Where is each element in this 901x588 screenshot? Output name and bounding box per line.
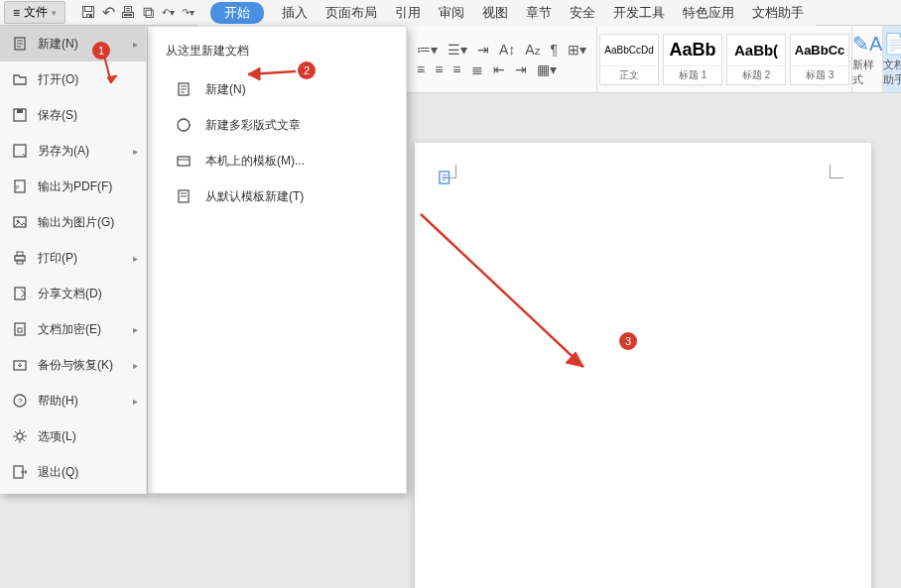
undo-dropdown-icon[interactable]: ↶▾: [159, 4, 177, 22]
tab-section[interactable]: 章节: [526, 4, 552, 22]
submenu-item-label: 新建(N): [205, 81, 246, 98]
file-menu-item-label: 退出(Q): [38, 464, 78, 481]
align-left-icon[interactable]: ≡: [417, 61, 425, 77]
tab-reference[interactable]: 引用: [395, 4, 421, 22]
file-menu-item-label: 文档加密(E): [38, 321, 101, 338]
style-label: 正文: [600, 65, 658, 84]
share-icon: [12, 286, 28, 301]
style-preview: AaBb(: [727, 35, 785, 65]
file-menu-item-label: 打印(P): [38, 250, 77, 267]
style-box-3[interactable]: AaBbCc标题 3: [790, 34, 849, 85]
paragraph-group: ≔▾ ☰▾ ⇥ A↕ Az ¶ ⊞▾ ≡ ≡ ≡ ≣ ⇤ ⇥ ▦▾: [407, 26, 596, 92]
doc-icon: [12, 36, 28, 52]
print-icon[interactable]: 🖶: [119, 4, 137, 22]
style-preview: AaBb: [664, 35, 721, 65]
tab-doc-assistant[interactable]: 文档助手: [752, 4, 804, 22]
help-icon: ?: [12, 393, 28, 409]
file-menu-item-label: 分享文档(D): [38, 286, 102, 302]
doc-icon: [176, 81, 192, 97]
doc-assistant-icon: 📄: [883, 32, 901, 56]
style-label: 标题 2: [727, 65, 785, 84]
submenu-item-label: 本机上的模板(M)...: [205, 153, 305, 170]
file-menu-item-saveas[interactable]: 另存为(A)▸: [0, 133, 146, 169]
align-center-icon[interactable]: ≡: [435, 61, 443, 77]
page-doc-icon: [439, 171, 452, 186]
linespacing-icon[interactable]: A↕: [499, 42, 515, 58]
submenu-item-3[interactable]: 从默认模板新建(T): [158, 178, 396, 214]
file-menu-item-label: 另存为(A): [38, 143, 89, 160]
tab-review[interactable]: 审阅: [439, 4, 464, 22]
file-menu-item-img[interactable]: 输出为图片(G): [0, 204, 146, 240]
file-menu-item-doc[interactable]: 新建(N)▸: [0, 26, 146, 61]
list-number-icon[interactable]: ☰▾: [448, 42, 467, 58]
indent-left-icon[interactable]: ⇤: [493, 61, 505, 77]
new-style-label: 新样式: [852, 58, 882, 87]
preview-icon[interactable]: ⧉: [139, 4, 157, 22]
save-icon[interactable]: 🖫: [79, 4, 97, 22]
dropdown-icon: ▾: [52, 8, 57, 18]
chevron-right-icon: ▸: [133, 324, 138, 335]
chevron-right-icon: ▸: [133, 396, 138, 407]
file-label: 文件: [24, 4, 48, 21]
indent-right-icon[interactable]: ⇥: [515, 61, 527, 77]
file-menu-item-label: 选项(L): [38, 428, 76, 445]
style-box-1[interactable]: AaBb标题 1: [663, 34, 722, 85]
tab-start[interactable]: 开始: [210, 2, 264, 24]
list-bullet-icon[interactable]: ≔▾: [417, 42, 438, 58]
shading-icon[interactable]: ▦▾: [537, 61, 557, 77]
submenu-item-2[interactable]: 本机上的模板(M)...: [158, 143, 396, 178]
style-box-0[interactable]: AaBbCcDd正文: [599, 34, 659, 85]
style-preview: AaBbCcDd: [600, 35, 658, 65]
file-menu-item-share[interactable]: 分享文档(D): [0, 276, 146, 311]
file-menu-item-help[interactable]: ?帮助(H)▸: [0, 383, 146, 418]
style-box-2[interactable]: AaBb(标题 2: [726, 34, 786, 85]
tab-dev-tools[interactable]: 开发工具: [613, 4, 665, 22]
svg-text:?: ?: [18, 397, 23, 406]
file-menu-item-gear[interactable]: 选项(L): [0, 418, 146, 454]
align-right-icon[interactable]: ≡: [452, 61, 460, 77]
doc-assistant-button[interactable]: 📄 文档助手: [883, 26, 901, 92]
svg-rect-13: [18, 328, 22, 332]
annotation-badge-1: 1: [92, 42, 110, 59]
style-preview: AaBbCc: [791, 35, 848, 65]
submenu-item-label: 新建多彩版式文章: [205, 117, 301, 134]
tab-insert[interactable]: 插入: [282, 4, 308, 22]
tab-special-app[interactable]: 特色应用: [683, 4, 734, 22]
img-icon: [12, 214, 28, 230]
tab-security[interactable]: 安全: [570, 4, 595, 22]
svg-point-17: [17, 433, 23, 439]
lock-icon: [12, 321, 28, 337]
file-menu-item-label: 备份与恢复(K): [38, 357, 113, 374]
file-menu-button[interactable]: ≡ 文件 ▾: [4, 1, 65, 24]
styles-group: AaBbCcDd正文AaBb标题 1AaBb(标题 2AaBbCc标题 3: [596, 26, 852, 92]
pdf-icon: P: [12, 178, 28, 194]
tab-view[interactable]: 视图: [482, 4, 508, 22]
new-submenu-panel: 从这里新建文档 新建(N)新建多彩版式文章本机上的模板(M)...从默认模板新建…: [147, 26, 407, 494]
border-icon[interactable]: ⊞▾: [568, 42, 586, 58]
file-menu-item-folder[interactable]: 打开(O): [0, 61, 146, 97]
file-menu-item-label: 输出为图片(G): [38, 214, 114, 231]
file-menu-item-exit[interactable]: 退出(Q): [0, 454, 146, 490]
annotation-badge-3: 3: [619, 332, 637, 350]
color-doc-icon: [176, 117, 192, 133]
new-style-button[interactable]: ✎A 新样式: [852, 26, 883, 92]
file-menu-item-print[interactable]: 打印(P)▸: [0, 240, 146, 276]
redo-dropdown-icon[interactable]: ↷▾: [179, 4, 196, 22]
file-menu-item-pdf[interactable]: P输出为PDF(F): [0, 169, 146, 204]
file-menu-item-lock[interactable]: 文档加密(E)▸: [0, 311, 146, 347]
align-justify-icon[interactable]: ≣: [471, 61, 483, 77]
submenu-item-1[interactable]: 新建多彩版式文章: [158, 107, 396, 143]
undo-icon[interactable]: ↶: [99, 4, 117, 22]
svg-rect-11: [15, 288, 25, 299]
file-menu-item-save[interactable]: 保存(S): [0, 97, 146, 133]
paragraph-mark-icon[interactable]: ¶: [551, 42, 559, 58]
file-menu-item-backup[interactable]: 备份与恢复(K)▸: [0, 347, 146, 383]
backup-icon: [12, 357, 28, 373]
indent-inc-icon[interactable]: ⇥: [477, 42, 489, 58]
new-style-icon: ✎A: [852, 32, 882, 56]
sort-icon[interactable]: Az: [525, 42, 540, 58]
svg-rect-12: [15, 323, 25, 335]
svg-rect-2: [17, 109, 23, 113]
submenu-title: 从这里新建文档: [158, 43, 396, 59]
tab-page-layout[interactable]: 页面布局: [325, 4, 377, 22]
